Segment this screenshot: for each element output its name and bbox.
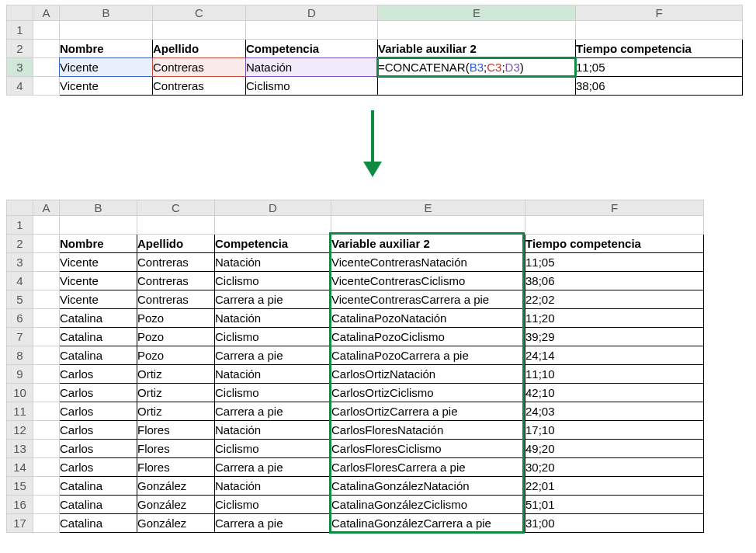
cell-d9[interactable]: Natación: [215, 365, 331, 384]
row-header[interactable]: 7: [7, 328, 33, 346]
row-header[interactable]: 13: [7, 440, 33, 458]
row-header[interactable]: 10: [7, 384, 33, 402]
cell-c8[interactable]: Pozo: [137, 346, 215, 365]
cell[interactable]: [60, 21, 153, 40]
cell-f17[interactable]: 31;00: [525, 514, 704, 533]
col-header-f[interactable]: F: [525, 200, 704, 216]
cell-c4[interactable]: Contreras: [137, 272, 215, 290]
cell-f8[interactable]: 24;14: [525, 346, 704, 365]
cell-c17[interactable]: González: [137, 514, 215, 533]
cell-c12[interactable]: Flores: [137, 421, 215, 440]
cell-c15[interactable]: González: [137, 477, 215, 496]
cell[interactable]: [33, 77, 60, 96]
cell[interactable]: [33, 40, 60, 58]
cell-e8[interactable]: CatalinaPozoCarrera a pie: [331, 346, 525, 365]
cell-f7[interactable]: 39;29: [525, 328, 704, 346]
cell-f4[interactable]: 38;06: [576, 77, 743, 96]
cell-b16[interactable]: Catalina: [60, 496, 137, 514]
cell-b17[interactable]: Catalina: [60, 514, 137, 533]
cell-d6[interactable]: Natación: [215, 309, 331, 328]
cell-d17[interactable]: Carrera a pie: [215, 514, 331, 533]
cell-f3[interactable]: 11;05: [576, 58, 743, 77]
cell[interactable]: [33, 235, 60, 253]
cell-d5[interactable]: Carrera a pie: [215, 290, 331, 309]
cell-f15[interactable]: 22;01: [525, 477, 704, 496]
cell-d11[interactable]: Carrera a pie: [215, 402, 331, 421]
cell-d16[interactable]: Ciclismo: [215, 496, 331, 514]
cell-b9[interactable]: Carlos: [60, 365, 137, 384]
cell[interactable]: [33, 365, 60, 384]
cell-f9[interactable]: 11;10: [525, 365, 704, 384]
row-header-selected[interactable]: 3: [7, 58, 33, 77]
cell-b3[interactable]: Vicente: [60, 58, 153, 77]
cell-c16[interactable]: González: [137, 496, 215, 514]
header-nombre[interactable]: Nombre: [60, 40, 153, 58]
cell-d12[interactable]: Natación: [215, 421, 331, 440]
cell-f11[interactable]: 24;03: [525, 402, 704, 421]
top-grid[interactable]: ABCDEF 1 2 Nombre Apellido Competencia V…: [6, 5, 743, 96]
header-variable-auxiliar[interactable]: Variable auxiliar 2: [378, 40, 576, 58]
cell[interactable]: [33, 21, 60, 40]
cell-e4[interactable]: VicenteContrerasCiclismo: [331, 272, 525, 290]
cell-b11[interactable]: Carlos: [60, 402, 137, 421]
col-header-a[interactable]: A: [33, 5, 60, 21]
cell[interactable]: [33, 477, 60, 496]
row-header[interactable]: 4: [7, 77, 33, 96]
cell[interactable]: [33, 346, 60, 365]
cell-d10[interactable]: Ciclismo: [215, 384, 331, 402]
row-header[interactable]: 3: [7, 253, 33, 272]
cell-f5[interactable]: 22;02: [525, 290, 704, 309]
cell-b15[interactable]: Catalina: [60, 477, 137, 496]
cell[interactable]: [331, 216, 525, 235]
header-apellido[interactable]: Apellido: [137, 235, 215, 253]
cell-c10[interactable]: Ortiz: [137, 384, 215, 402]
header-competencia[interactable]: Competencia: [246, 40, 378, 58]
cell-b4[interactable]: Vicente: [60, 272, 137, 290]
cell-e10[interactable]: CarlosOrtizCiclismo: [331, 384, 525, 402]
cell[interactable]: [576, 21, 743, 40]
row-header[interactable]: 5: [7, 290, 33, 309]
cell-f6[interactable]: 11;20: [525, 309, 704, 328]
cell-c9[interactable]: Ortiz: [137, 365, 215, 384]
header-tiempo[interactable]: Tiempo competencia: [525, 235, 704, 253]
cell[interactable]: [33, 272, 60, 290]
header-apellido[interactable]: Apellido: [153, 40, 246, 58]
col-header-c[interactable]: C: [153, 5, 246, 21]
cell-d4[interactable]: Ciclismo: [246, 77, 378, 96]
cell-f3[interactable]: 11;05: [525, 253, 704, 272]
cell[interactable]: [33, 253, 60, 272]
cell-e9[interactable]: CarlosOrtizNatación: [331, 365, 525, 384]
cell-b13[interactable]: Carlos: [60, 440, 137, 458]
cell-c7[interactable]: Pozo: [137, 328, 215, 346]
cell-f13[interactable]: 49;20: [525, 440, 704, 458]
cell[interactable]: [33, 440, 60, 458]
row-header[interactable]: 9: [7, 365, 33, 384]
header-competencia[interactable]: Competencia: [215, 235, 331, 253]
cell-f10[interactable]: 42;10: [525, 384, 704, 402]
cell-b3[interactable]: Vicente: [60, 253, 137, 272]
cell[interactable]: [33, 58, 60, 77]
cell-f16[interactable]: 51;01: [525, 496, 704, 514]
cell-c4[interactable]: Contreras: [153, 77, 246, 96]
cell[interactable]: [215, 216, 331, 235]
col-header-b[interactable]: B: [60, 200, 137, 216]
row-header[interactable]: 16: [7, 496, 33, 514]
row-header[interactable]: 4: [7, 272, 33, 290]
cell[interactable]: [137, 216, 215, 235]
cell-e13[interactable]: CarlosFloresCiclismo: [331, 440, 525, 458]
cell-e7[interactable]: CatalinaPozoCiclismo: [331, 328, 525, 346]
cell-d3[interactable]: Natación: [246, 58, 378, 77]
row-header[interactable]: 6: [7, 309, 33, 328]
cell-d7[interactable]: Ciclismo: [215, 328, 331, 346]
cell-f14[interactable]: 30;20: [525, 458, 704, 477]
row-header[interactable]: 1: [7, 216, 33, 235]
cell-e6[interactable]: CatalinaPozoNatación: [331, 309, 525, 328]
cell-e5[interactable]: VicenteContrerasCarrera a pie: [331, 290, 525, 309]
cell-d15[interactable]: Natación: [215, 477, 331, 496]
cell-c6[interactable]: Pozo: [137, 309, 215, 328]
cell[interactable]: [33, 421, 60, 440]
cell-e12[interactable]: CarlosFloresNatación: [331, 421, 525, 440]
col-header-e[interactable]: E: [378, 5, 576, 21]
cell-b6[interactable]: Catalina: [60, 309, 137, 328]
cell-e3[interactable]: VicenteContrerasNatación: [331, 253, 525, 272]
